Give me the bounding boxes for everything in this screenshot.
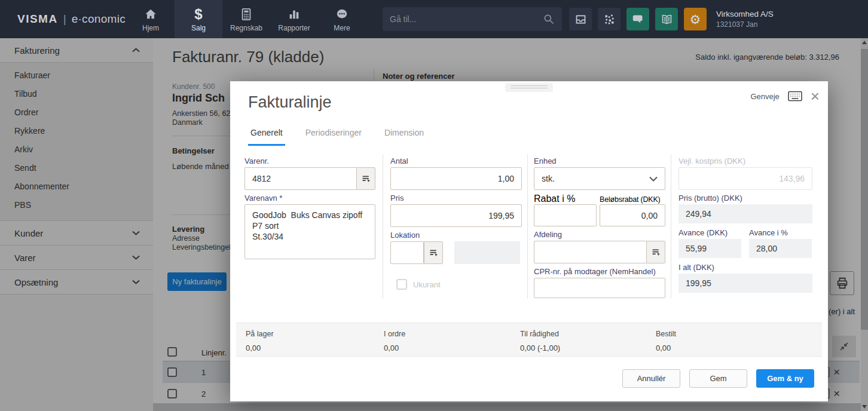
tab-generelt[interactable]: Generelt: [248, 128, 285, 146]
varenavn-textarea[interactable]: GoodJob Buks Canvas zipoff P7 sort St.30…: [244, 204, 375, 259]
top-navigation: Hjem $ Salg Regnskab Rapporter Mere: [127, 0, 366, 38]
field-enhed: Enhed stk.: [534, 157, 665, 190]
lokation-input[interactable]: [390, 241, 424, 264]
cpr-input[interactable]: [534, 278, 665, 298]
inbox-button[interactable]: [569, 8, 592, 30]
lokation-lookup-button[interactable]: [424, 241, 443, 264]
field-avance-row: Avance (DKK) 55,99 Avance i % 28,00: [678, 228, 812, 258]
search-icon[interactable]: [543, 13, 555, 25]
book-icon: [661, 13, 673, 26]
field-rabat-row: Rabat i % Beløbsrabat (DKK): [534, 194, 665, 226]
modal-drag-handle[interactable]: [505, 83, 553, 92]
chat-icon: [632, 13, 644, 26]
field-vejl-kostpris: Vejl. kostpris (DKK): [678, 157, 812, 190]
pris-brutto-value: 249,94: [678, 204, 812, 223]
topbar-icon-buttons: ⚙: [569, 8, 707, 30]
nav-item-regnskab[interactable]: Regnskab: [222, 0, 270, 38]
field-lokation: Lokation: [390, 231, 522, 264]
enhed-select[interactable]: stk.: [534, 167, 665, 190]
brand-name: VISMA: [17, 13, 58, 26]
ukurant-checkbox: [396, 279, 407, 290]
field-rabat: Rabat i %: [534, 194, 597, 226]
field-avance-pct: Avance i % 28,00: [749, 228, 812, 258]
chevron-down-icon: [649, 176, 658, 182]
antal-input[interactable]: [390, 167, 522, 190]
tab-dimension[interactable]: Dimension: [382, 128, 426, 146]
brand-logo[interactable]: VISMA | e·conomic: [0, 11, 127, 27]
field-varenr: Varenr.: [244, 157, 375, 190]
field-varenavn: Varenavn * GoodJob Buks Canvas zipoff P7…: [244, 194, 375, 262]
i-alt-value: 199,95: [678, 274, 812, 293]
rabat-input[interactable]: [534, 204, 597, 226]
tab-periodiseringer[interactable]: Periodiseringer: [303, 128, 364, 146]
avance-pct-value: 28,00: [749, 239, 812, 258]
varenr-input[interactable]: [244, 167, 356, 190]
lokation-disabled-field: [454, 241, 520, 264]
close-icon[interactable]: ×: [811, 90, 820, 103]
chat-button[interactable]: [626, 8, 649, 30]
avance-dkk-value: 55,99: [678, 239, 741, 258]
home-icon: [144, 7, 157, 22]
global-search: [383, 7, 562, 31]
account-company: Virksomhed A/S: [716, 10, 774, 19]
nav-item-rapporter[interactable]: Rapporter: [270, 0, 318, 38]
shortcuts-link[interactable]: Genveje: [750, 92, 779, 101]
modal-footer: Annullér Gem Gem & ny: [622, 369, 814, 388]
nav-item-salg[interactable]: $ Salg: [175, 0, 222, 38]
belobsrabat-input[interactable]: [600, 204, 665, 226]
field-i-alt: I alt (DKK) 199,95: [678, 263, 812, 293]
field-afdeling: Afdeling: [534, 230, 665, 263]
field-cpr: CPR-nr. på modtager (NemHandel): [534, 267, 665, 298]
keyboard-icon[interactable]: [788, 91, 802, 102]
dollar-icon: $: [194, 7, 202, 22]
field-belobsrabat: Beløbsrabat (DKK): [600, 194, 665, 226]
topbar: VISMA | e·conomic Hjem $ Salg Regnskab R…: [0, 0, 868, 38]
brand-product: e·conomic: [72, 13, 126, 26]
lookup-icon: [651, 247, 661, 257]
settings-button[interactable]: ⚙: [684, 8, 707, 30]
brand-divider: |: [63, 13, 66, 26]
afdeling-input[interactable]: [534, 241, 646, 263]
field-avance-dkk: Avance (DKK) 55,99: [678, 228, 741, 258]
apps-grid-icon: [603, 13, 616, 26]
save-and-new-button[interactable]: Gem & ny: [756, 369, 814, 388]
help-book-button[interactable]: [655, 8, 678, 30]
lookup-icon: [429, 248, 439, 258]
column-divider: [383, 154, 383, 299]
stock-stats-bar: På lager 0,00 I ordre 0,00 Til rådighed …: [236, 323, 822, 357]
vejl-kostpris-input: [678, 167, 812, 190]
apps-button[interactable]: [598, 8, 621, 30]
form-column-4: Vejl. kostpris (DKK) Pris (brutto) (DKK)…: [678, 157, 812, 296]
account-user: 1321037 Jan: [716, 20, 774, 29]
modal-tabs: Generelt Periodiseringer Dimension: [248, 128, 426, 146]
varenr-lookup-button[interactable]: [356, 167, 375, 190]
fakturalinje-modal: Fakturalinje Genveje × Generelt Periodis…: [230, 81, 828, 401]
modal-title: Fakturalinje: [248, 93, 332, 112]
pris-input[interactable]: [390, 204, 522, 227]
afdeling-lookup-button[interactable]: [646, 241, 665, 263]
ellipsis-icon: [335, 7, 349, 22]
field-antal: Antal: [390, 157, 522, 190]
calculator-icon: [240, 7, 253, 22]
field-pris-brutto: Pris (brutto) (DKK) 249,94: [678, 194, 812, 223]
inbox-icon: [574, 13, 587, 26]
form-column-3: Enhed stk. Rabat i % Beløbsrabat (DKK) A…: [534, 157, 665, 302]
column-divider: [527, 154, 528, 299]
search-input[interactable]: [390, 14, 543, 24]
column-divider: [671, 154, 671, 299]
nav-item-hjem[interactable]: Hjem: [127, 0, 175, 38]
bar-chart-icon: [288, 7, 301, 22]
save-button[interactable]: Gem: [689, 369, 747, 388]
field-ukurant: Ukurant: [396, 279, 522, 290]
field-pris: Pris: [390, 194, 522, 227]
lookup-icon: [361, 174, 371, 184]
gear-icon: ⚙: [690, 13, 701, 26]
nav-item-mere[interactable]: Mere: [318, 0, 366, 38]
form-column-1: Varenr. Varenavn * GoodJob Buks Canvas z…: [244, 157, 375, 265]
account-switcher[interactable]: Virksomhed A/S 1321037 Jan: [716, 10, 774, 29]
form-column-2: Antal Pris Lokation Ukurant: [390, 157, 522, 290]
cancel-button[interactable]: Annullér: [622, 369, 680, 388]
